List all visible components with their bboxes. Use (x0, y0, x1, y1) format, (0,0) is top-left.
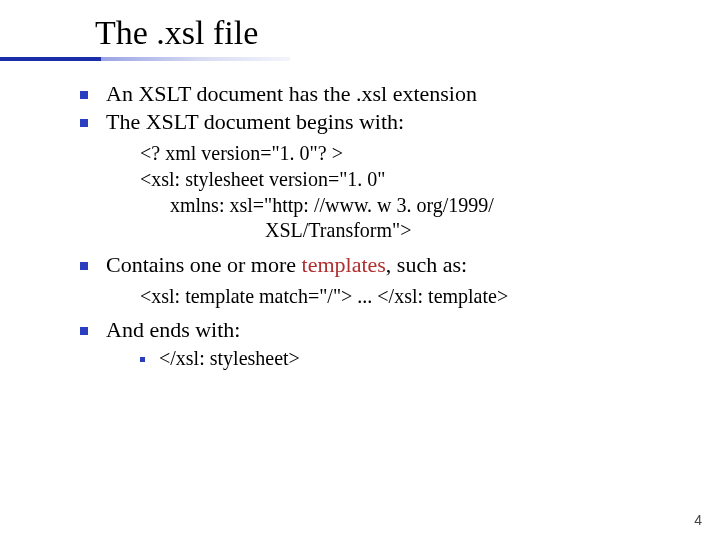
bullet-icon (80, 91, 88, 99)
title-post: file (205, 14, 259, 51)
title-pre: The (95, 14, 156, 51)
b1-pre: An XSLT document has the (106, 81, 356, 106)
nested-bullet: </xsl: stylesheet> (140, 347, 680, 370)
code-block-1: <? xml version="1. 0"? > <xsl: styleshee… (140, 141, 680, 243)
page-number: 4 (694, 512, 702, 528)
bullet-2-text: The XSLT document begins with: (106, 109, 680, 135)
bullet-icon (80, 262, 88, 270)
slide-body: An XSLT document has the .xsl extension … (0, 55, 720, 370)
bullet-2: The XSLT document begins with: (80, 109, 680, 135)
bullet-3-text: Contains one or more templates, such as: (106, 252, 680, 278)
bullet-1: An XSLT document has the .xsl extension (80, 81, 680, 107)
title-block: The .xsl file (0, 0, 720, 55)
code-block-3: </xsl: stylesheet> (159, 347, 300, 370)
title-underline (0, 57, 290, 61)
bullet-1-text: An XSLT document has the .xsl extension (106, 81, 680, 107)
b1-post: extension (387, 81, 477, 106)
bullet-icon (80, 327, 88, 335)
b1-xsl: .xsl (356, 81, 387, 106)
bullet-4: And ends with: (80, 317, 680, 343)
code-block-2: <xsl: template match="/"> ... </xsl: tem… (140, 284, 680, 310)
slide-title: The .xsl file (95, 14, 720, 51)
title-xsl: .xsl (156, 14, 204, 51)
bullet-icon (140, 357, 145, 362)
b3-pre: Contains one or more (106, 252, 302, 277)
b3-highlight: templates (302, 252, 386, 277)
bullet-3: Contains one or more templates, such as: (80, 252, 680, 278)
bullet-4-text: And ends with: (106, 317, 680, 343)
b3-post: , such as: (386, 252, 467, 277)
bullet-icon (80, 119, 88, 127)
